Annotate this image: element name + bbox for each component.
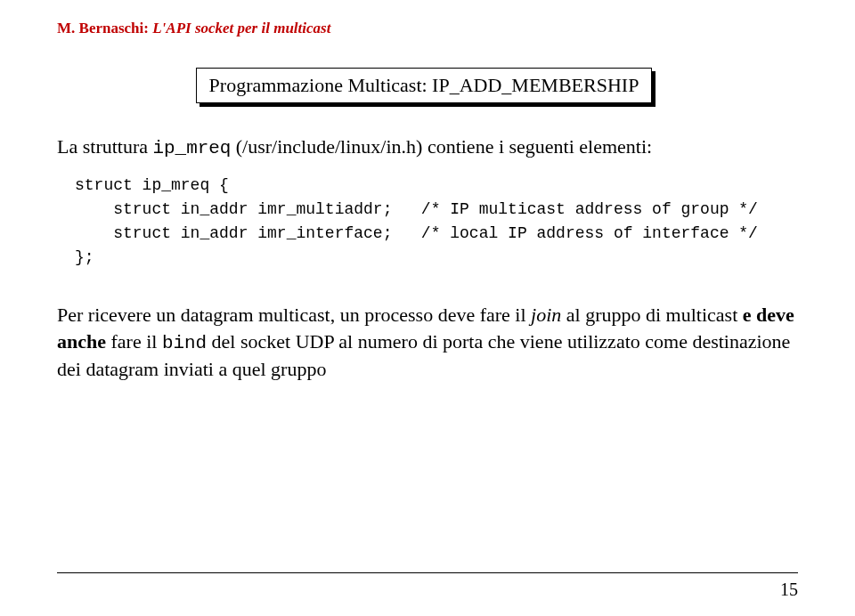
body-text-2: al gruppo di multicast xyxy=(561,304,742,326)
title-box-container: Programmazione Multicast: IP_ADD_MEMBERS… xyxy=(57,71,798,107)
code-block-struct: struct ip_mreq { struct in_addr imr_mult… xyxy=(75,174,798,270)
intro-text-2: (/usr/include/linux/in.h) contiene i seg… xyxy=(231,135,652,158)
header-author: M. Bernaschi: xyxy=(57,20,149,36)
body-text-3: fare il xyxy=(106,330,162,353)
title-box: Programmazione Multicast: IP_ADD_MEMBERS… xyxy=(196,68,653,103)
body-bind-code: bind xyxy=(162,333,207,353)
footer-rule xyxy=(57,572,798,573)
body-paragraph: Per ricevere un datagram multicast, un p… xyxy=(57,302,798,383)
title-box-shadow: Programmazione Multicast: IP_ADD_MEMBERS… xyxy=(200,71,656,107)
page-number: 15 xyxy=(780,580,798,600)
intro-code-ipmreq: ip_mreq xyxy=(153,138,232,158)
page-header: M. Bernaschi: L'API socket per il multic… xyxy=(57,20,798,37)
header-title: L'API socket per il multicast xyxy=(152,20,330,36)
body-join-italic: join xyxy=(531,304,561,326)
intro-paragraph: La struttura ip_mreq (/usr/include/linux… xyxy=(57,134,798,161)
intro-text-1: La struttura xyxy=(57,135,153,158)
body-text-1: Per ricevere un datagram multicast, un p… xyxy=(57,304,531,326)
